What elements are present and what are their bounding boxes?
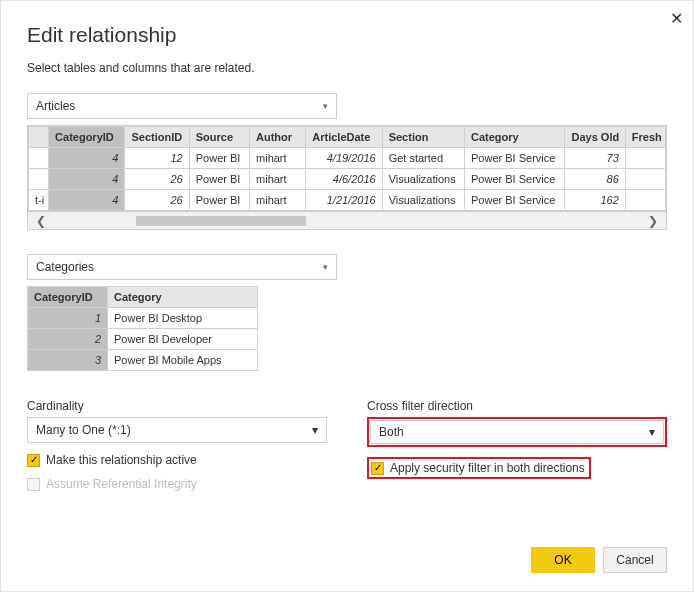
checkbox-active-row[interactable]: ✓ Make this relationship active (27, 453, 327, 467)
table1-dropdown-value: Articles (36, 99, 75, 113)
table2-header-row: CategoryID Category (28, 287, 258, 308)
scroll-thumb[interactable] (136, 216, 306, 226)
chevron-down-icon: ▾ (323, 262, 328, 272)
col-sectionid[interactable]: SectionID (125, 127, 189, 148)
scroll-right-icon[interactable]: ❯ (648, 214, 658, 228)
table1-grid[interactable]: CategoryID SectionID Source Author Artic… (27, 125, 667, 212)
checkbox-integrity (27, 478, 40, 491)
col-category[interactable]: Category (108, 287, 258, 308)
checkbox-security-row[interactable]: ✓ Apply security filter in both directio… (367, 457, 667, 479)
table1-hscroll[interactable]: ❮ ❯ (27, 212, 667, 230)
crossfilter-value: Both (379, 425, 404, 439)
close-icon[interactable]: ✕ (670, 9, 683, 28)
col-section[interactable]: Section (382, 127, 464, 148)
cardinality-value: Many to One (*:1) (36, 423, 131, 437)
table1-dropdown[interactable]: Articles ▾ (27, 93, 337, 119)
dialog-title: Edit relationship (27, 23, 667, 47)
col-fresh[interactable]: Fresh (625, 127, 665, 148)
col-author[interactable]: Author (250, 127, 306, 148)
table-row[interactable]: 4 26 Power BI mihart 4/6/2016 Visualizat… (29, 169, 666, 190)
checkbox-security-label: Apply security filter in both directions (390, 461, 585, 475)
table-row[interactable]: 4 12 Power BI mihart 4/19/2016 Get start… (29, 148, 666, 169)
crossfilter-highlight: Both ▾ (367, 417, 667, 447)
col-categoryid[interactable]: CategoryID (28, 287, 108, 308)
chevron-down-icon: ▾ (312, 423, 318, 437)
col-articledate[interactable]: ArticleDate (306, 127, 382, 148)
security-highlight: ✓ Apply security filter in both directio… (367, 457, 591, 479)
col-categoryid[interactable]: CategoryID (49, 127, 125, 148)
checkbox-security[interactable]: ✓ (371, 462, 384, 475)
table1-header-row: CategoryID SectionID Source Author Artic… (29, 127, 666, 148)
cardinality-label: Cardinality (27, 399, 327, 413)
col-category[interactable]: Category (465, 127, 565, 148)
col-blank (29, 127, 49, 148)
checkbox-integrity-row: Assume Referential Integrity (27, 477, 327, 491)
chevron-down-icon: ▾ (649, 425, 655, 439)
table2-grid[interactable]: CategoryID Category 1 Power BI Desktop 2… (27, 286, 257, 371)
table-row[interactable]: 2 Power BI Developer (28, 329, 258, 350)
checkbox-integrity-label: Assume Referential Integrity (46, 477, 197, 491)
cardinality-select[interactable]: Many to One (*:1) ▾ (27, 417, 327, 443)
ok-button[interactable]: OK (531, 547, 595, 573)
col-daysold[interactable]: Days Old (565, 127, 625, 148)
table2-dropdown-value: Categories (36, 260, 94, 274)
crossfilter-select[interactable]: Both ▾ (370, 420, 664, 444)
cancel-button[interactable]: Cancel (603, 547, 667, 573)
table-row[interactable]: 3 Power BI Mobile Apps (28, 350, 258, 371)
scroll-left-icon[interactable]: ❮ (36, 214, 46, 228)
col-source[interactable]: Source (189, 127, 249, 148)
checkbox-active-label: Make this relationship active (46, 453, 197, 467)
table-row[interactable]: t-i 4 26 Power BI mihart 1/21/2016 Visua… (29, 190, 666, 211)
chevron-down-icon: ▾ (323, 101, 328, 111)
table2-dropdown[interactable]: Categories ▾ (27, 254, 337, 280)
dialog-subtitle: Select tables and columns that are relat… (27, 61, 667, 75)
table-row[interactable]: 1 Power BI Desktop (28, 308, 258, 329)
crossfilter-label: Cross filter direction (367, 399, 667, 413)
checkbox-active[interactable]: ✓ (27, 454, 40, 467)
